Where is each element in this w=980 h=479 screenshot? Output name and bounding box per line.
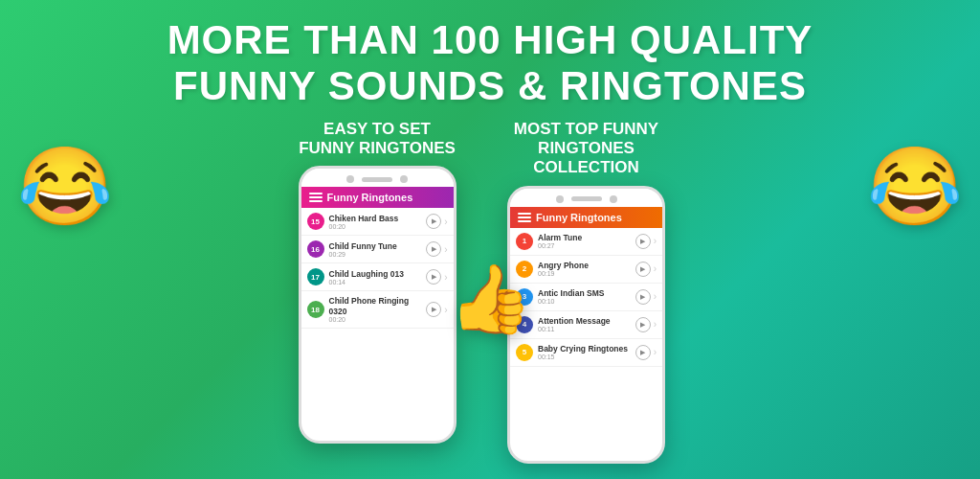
right-phone-top-bar <box>510 189 662 207</box>
list-item: 17 Child Laughing 013 00:14 ▶ › <box>301 263 454 291</box>
play-button[interactable]: ▶ <box>635 262 651 277</box>
song-info: Antic Indian SMS 00:10 <box>538 288 631 305</box>
song-info: Child Phone Ringing 0320 00:20 <box>329 296 422 322</box>
content-area: 😂 EASY TO SETFUNNY RINGTONES Funny Ringt… <box>0 120 980 479</box>
song-title: Angry Phone <box>538 261 631 270</box>
left-phone: Funny Ringtones 15 Chiken Hard Bass 00:2… <box>299 166 457 444</box>
song-time: 00:11 <box>538 326 631 332</box>
chevron-right-icon: › <box>444 244 447 255</box>
play-button[interactable]: ▶ <box>426 269 441 285</box>
left-phone-header: Funny Ringtones <box>301 187 454 208</box>
play-button[interactable]: ▶ <box>426 241 441 257</box>
song-number: 17 <box>307 268 324 285</box>
song-title: Baby Crying Ringtones <box>538 344 631 354</box>
song-time: 00:10 <box>538 298 631 305</box>
song-time: 00:19 <box>538 270 631 277</box>
chevron-right-icon: › <box>654 236 657 246</box>
play-button[interactable]: ▶ <box>635 289 651 305</box>
list-item: 4 Attention Message 00:11 ▶ › <box>510 311 662 339</box>
left-phone-top-bar <box>301 169 454 187</box>
right-phone-camera2 <box>610 195 617 203</box>
headline-line1: MORE THAN 100 HIGH QUALITY <box>167 17 813 63</box>
left-phone-label: EASY TO SETFUNNY RINGTONES <box>299 120 456 159</box>
song-controls[interactable]: ▶ › <box>635 317 657 332</box>
right-phone-header: Funny Ringtones <box>510 207 662 228</box>
play-button[interactable]: ▶ <box>635 317 651 332</box>
headline: MORE THAN 100 HIGH QUALITY FUNNY SOUNDS … <box>167 17 813 110</box>
chevron-right-icon: › <box>654 263 657 274</box>
song-info: Chiken Hard Bass 00:20 <box>329 214 422 230</box>
chevron-right-icon: › <box>444 272 447 283</box>
list-item: 3 Antic Indian SMS 00:10 ▶ › <box>510 284 662 311</box>
song-title: Attention Message <box>538 316 631 326</box>
list-item: 5 Baby Crying Ringtones 00:15 ▶ › <box>510 339 662 367</box>
song-time: 00:14 <box>329 279 422 285</box>
song-time: 00:27 <box>538 242 631 249</box>
left-hamburger-icon[interactable] <box>309 193 323 202</box>
song-info: Child Funny Tune 00:29 <box>329 241 422 258</box>
left-phone-camera <box>346 175 354 183</box>
song-time: 00:15 <box>538 354 631 360</box>
right-phone-speaker <box>571 196 602 201</box>
song-controls[interactable]: ▶ › <box>426 269 447 285</box>
song-title: Child Funny Tune <box>329 241 422 251</box>
song-title: Child Laughing 013 <box>329 269 422 279</box>
play-button[interactable]: ▶ <box>426 302 441 317</box>
song-title: Child Phone Ringing 0320 <box>329 296 422 315</box>
song-number: 5 <box>516 344 533 361</box>
play-button[interactable]: ▶ <box>426 214 441 229</box>
play-button[interactable]: ▶ <box>635 234 651 249</box>
song-info: Angry Phone 00:19 <box>538 261 631 277</box>
right-song-list: 1 Alarm Tune 00:27 ▶ › 2 Angry Phone 00:… <box>510 228 662 461</box>
song-number: 15 <box>307 213 324 230</box>
left-phone-header-title: Funny Ringtones <box>327 192 413 203</box>
left-phone-speaker <box>362 177 392 182</box>
song-title: Chiken Hard Bass <box>329 214 422 223</box>
right-hamburger-icon[interactable] <box>518 213 531 222</box>
left-song-list: 15 Chiken Hard Bass 00:20 ▶ › 16 Child F… <box>301 208 454 441</box>
chevron-right-icon: › <box>444 305 447 315</box>
song-title: Alarm Tune <box>538 233 631 242</box>
song-info: Baby Crying Ringtones 00:15 <box>538 344 631 360</box>
song-number: 18 <box>307 301 324 318</box>
right-phone-label: MOST TOP FUNNYRINGTONES COLLECTION <box>491 120 682 178</box>
song-info: Child Laughing 013 00:14 <box>329 269 422 285</box>
list-item: 1 Alarm Tune 00:27 ▶ › <box>510 228 662 256</box>
chevron-right-icon: › <box>654 291 657 302</box>
song-number: 1 <box>516 233 533 250</box>
song-controls[interactable]: ▶ › <box>635 289 657 305</box>
chevron-right-icon: › <box>654 319 657 330</box>
song-controls[interactable]: ▶ › <box>635 345 657 360</box>
headline-line2: FUNNY SOUNDS & RINGTONES <box>167 63 813 109</box>
right-phone-camera <box>556 195 564 203</box>
song-controls[interactable]: ▶ › <box>426 241 447 257</box>
song-controls[interactable]: ▶ › <box>635 234 657 249</box>
song-number: 16 <box>307 240 324 258</box>
list-item: 2 Angry Phone 00:19 ▶ › <box>510 256 662 284</box>
left-phone-wrapper: EASY TO SETFUNNY RINGTONES Funny Rington… <box>299 120 457 445</box>
song-time: 00:20 <box>329 223 422 230</box>
laughing-emoji-left: 😂 <box>17 148 113 225</box>
list-item: 18 Child Phone Ringing 0320 00:20 ▶ › <box>301 291 454 328</box>
left-phone-camera2 <box>400 175 408 183</box>
chevron-right-icon: › <box>444 217 447 227</box>
song-controls[interactable]: ▶ › <box>426 302 447 317</box>
song-controls[interactable]: ▶ › <box>635 262 657 277</box>
song-controls[interactable]: ▶ › <box>426 214 447 229</box>
song-info: Attention Message 00:11 <box>538 316 631 332</box>
list-item: 15 Chiken Hard Bass 00:20 ▶ › <box>301 208 454 236</box>
song-title: Antic Indian SMS <box>538 288 631 298</box>
crying-laughing-emoji-right: 😂 <box>867 148 963 225</box>
list-item: 16 Child Funny Tune 00:29 ▶ › <box>301 236 454 263</box>
thumbs-up-emoji: 👍 <box>449 260 532 338</box>
chevron-right-icon: › <box>654 347 657 357</box>
play-button[interactable]: ▶ <box>635 345 651 360</box>
song-time: 00:20 <box>329 316 422 323</box>
right-phone-header-title: Funny Ringtones <box>536 212 622 223</box>
song-info: Alarm Tune 00:27 <box>538 233 631 249</box>
song-time: 00:29 <box>329 251 422 258</box>
